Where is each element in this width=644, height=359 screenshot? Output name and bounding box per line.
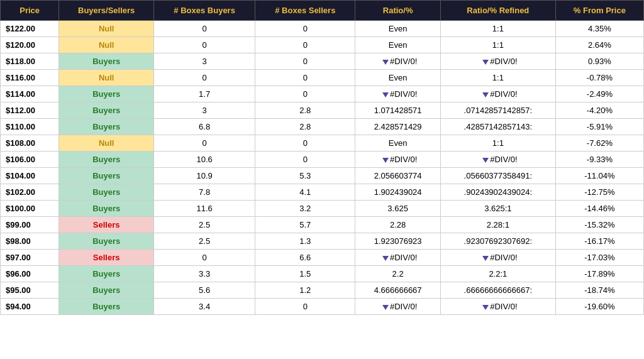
cell-from-price: -14.46% bbox=[555, 201, 643, 217]
cell-boxes-buyers: 5.6 bbox=[154, 282, 255, 299]
cell-boxes-buyers: 0 bbox=[154, 250, 255, 266]
cell-buyers-sellers: Null bbox=[59, 70, 154, 86]
cell-ratio-refined: .42857142857143: bbox=[440, 119, 555, 135]
flag-icon bbox=[382, 92, 389, 97]
cell-ratio-refined: .05660377358491: bbox=[440, 168, 555, 184]
table-row: $114.00Buyers1.70#DIV/0!#DIV/0!-2.49% bbox=[1, 86, 644, 102]
cell-from-price: -11.04% bbox=[555, 168, 643, 184]
cell-price: $98.00 bbox=[1, 233, 59, 250]
cell-boxes-sellers: 0 bbox=[255, 299, 355, 315]
cell-ratio-refined: 1:1 bbox=[440, 21, 555, 37]
cell-price: $95.00 bbox=[1, 282, 59, 299]
cell-price: $114.00 bbox=[1, 86, 59, 102]
table-row: $118.00Buyers30#DIV/0!#DIV/0!0.93% bbox=[1, 53, 644, 70]
cell-price: $116.00 bbox=[1, 70, 59, 86]
cell-ratio: 3.625 bbox=[355, 201, 441, 217]
cell-buyers-sellers: Buyers bbox=[59, 184, 154, 201]
flag-icon bbox=[482, 60, 489, 65]
cell-ratio-refined: .07142857142857: bbox=[440, 102, 555, 119]
cell-from-price: -19.60% bbox=[555, 299, 643, 315]
cell-ratio: #DIV/0! bbox=[355, 250, 441, 266]
col-header-ratio: Ratio/% bbox=[355, 1, 441, 21]
cell-from-price: -9.33% bbox=[555, 152, 643, 168]
table-row: $102.00Buyers7.84.11.902439024.902439024… bbox=[1, 184, 644, 201]
col-header-ratio-refined: Ratio/% Refined bbox=[440, 1, 555, 21]
cell-ratio: 2.056603774 bbox=[355, 168, 441, 184]
cell-boxes-buyers: 10.6 bbox=[154, 152, 255, 168]
cell-buyers-sellers: Buyers bbox=[59, 102, 154, 119]
cell-boxes-buyers: 3 bbox=[154, 53, 255, 70]
flag-icon bbox=[382, 256, 389, 261]
cell-from-price: -4.20% bbox=[555, 102, 643, 119]
cell-buyers-sellers: Buyers bbox=[59, 53, 154, 70]
table-row: $122.00Null00Even1:14.35% bbox=[1, 21, 644, 37]
table-row: $94.00Buyers3.40#DIV/0!#DIV/0!-19.60% bbox=[1, 299, 644, 315]
cell-ratio: Even bbox=[355, 70, 441, 86]
flag-icon bbox=[382, 158, 389, 163]
cell-price: $108.00 bbox=[1, 135, 59, 152]
cell-from-price: -15.32% bbox=[555, 217, 643, 233]
table-row: $108.00Null00Even1:1-7.62% bbox=[1, 135, 644, 152]
cell-price: $96.00 bbox=[1, 266, 59, 282]
cell-boxes-sellers: 5.7 bbox=[255, 217, 355, 233]
table-row: $116.00Null00Even1:1-0.78% bbox=[1, 70, 644, 86]
cell-price: $120.00 bbox=[1, 37, 59, 53]
cell-boxes-sellers: 2.8 bbox=[255, 102, 355, 119]
cell-ratio-refined: .66666666666667: bbox=[440, 282, 555, 299]
cell-ratio-refined: 3.625:1 bbox=[440, 201, 555, 217]
cell-boxes-buyers: 7.8 bbox=[154, 184, 255, 201]
cell-from-price: -17.03% bbox=[555, 250, 643, 266]
cell-price: $112.00 bbox=[1, 102, 59, 119]
cell-from-price: -7.62% bbox=[555, 135, 643, 152]
cell-buyers-sellers: Null bbox=[59, 21, 154, 37]
cell-boxes-sellers: 0 bbox=[255, 86, 355, 102]
cell-ratio: 1.923076923 bbox=[355, 233, 441, 250]
cell-boxes-buyers: 3 bbox=[154, 102, 255, 119]
table-row: $112.00Buyers32.81.071428571.07142857142… bbox=[1, 102, 644, 119]
cell-from-price: -0.78% bbox=[555, 70, 643, 86]
cell-from-price: -17.89% bbox=[555, 266, 643, 282]
flag-icon bbox=[482, 256, 489, 261]
cell-ratio-refined: #DIV/0! bbox=[440, 152, 555, 168]
col-header-boxes-buyers: # Boxes Buyers bbox=[154, 1, 255, 21]
cell-price: $94.00 bbox=[1, 299, 59, 315]
cell-buyers-sellers: Buyers bbox=[59, 86, 154, 102]
flag-icon bbox=[382, 305, 389, 310]
table-row: $98.00Buyers2.51.31.923076923.9230769230… bbox=[1, 233, 644, 250]
cell-price: $118.00 bbox=[1, 53, 59, 70]
cell-ratio: Even bbox=[355, 135, 441, 152]
cell-ratio-refined: 1:1 bbox=[440, 135, 555, 152]
cell-boxes-buyers: 10.9 bbox=[154, 168, 255, 184]
cell-buyers-sellers: Buyers bbox=[59, 201, 154, 217]
cell-price: $99.00 bbox=[1, 217, 59, 233]
cell-ratio-refined: #DIV/0! bbox=[440, 250, 555, 266]
cell-ratio: 4.666666667 bbox=[355, 282, 441, 299]
cell-boxes-sellers: 1.5 bbox=[255, 266, 355, 282]
cell-boxes-buyers: 0 bbox=[154, 37, 255, 53]
cell-buyers-sellers: Buyers bbox=[59, 299, 154, 315]
col-header-price: Price bbox=[1, 1, 59, 21]
cell-ratio-refined: .92307692307692: bbox=[440, 233, 555, 250]
cell-price: $106.00 bbox=[1, 152, 59, 168]
cell-price: $97.00 bbox=[1, 250, 59, 266]
cell-ratio-refined: #DIV/0! bbox=[440, 299, 555, 315]
cell-from-price: -12.75% bbox=[555, 184, 643, 201]
cell-ratio-refined: 2.28:1 bbox=[440, 217, 555, 233]
flag-icon bbox=[482, 305, 489, 310]
cell-buyers-sellers: Buyers bbox=[59, 152, 154, 168]
cell-buyers-sellers: Buyers bbox=[59, 266, 154, 282]
cell-boxes-buyers: 0 bbox=[154, 135, 255, 152]
cell-ratio: #DIV/0! bbox=[355, 152, 441, 168]
cell-from-price: -5.91% bbox=[555, 119, 643, 135]
cell-boxes-sellers: 0 bbox=[255, 152, 355, 168]
table-row: $95.00Buyers5.61.24.666666667.6666666666… bbox=[1, 282, 644, 299]
cell-boxes-sellers: 1.2 bbox=[255, 282, 355, 299]
cell-ratio-refined: 1:1 bbox=[440, 37, 555, 53]
cell-from-price: 4.35% bbox=[555, 21, 643, 37]
table-row: $100.00Buyers11.63.23.6253.625:1-14.46% bbox=[1, 201, 644, 217]
cell-boxes-sellers: 1.3 bbox=[255, 233, 355, 250]
cell-boxes-buyers: 2.5 bbox=[154, 233, 255, 250]
cell-ratio: 1.071428571 bbox=[355, 102, 441, 119]
cell-boxes-buyers: 1.7 bbox=[154, 86, 255, 102]
cell-ratio: 2.28 bbox=[355, 217, 441, 233]
